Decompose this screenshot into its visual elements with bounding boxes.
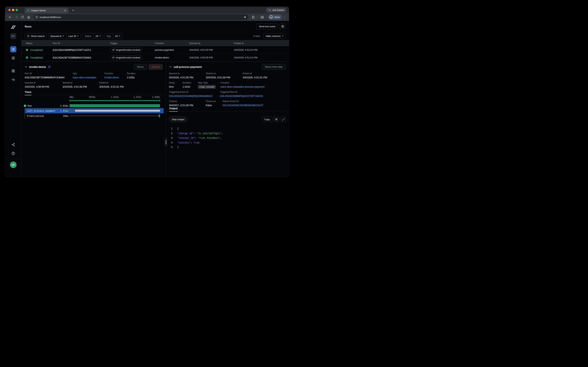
word-wrap-button[interactable] — [274, 117, 279, 122]
column-run-id: Run ID — [53, 42, 110, 45]
function-cell[interactable]: process-payment — [155, 49, 189, 51]
minimize-window-button[interactable] — [12, 9, 14, 11]
sidebar-item-runs[interactable] — [10, 46, 16, 52]
trace-minimap[interactable] — [70, 100, 160, 101]
field-value-app[interactable]: trace-docs-examples — [73, 76, 96, 79]
code-token: , — [222, 132, 223, 135]
copy-button[interactable]: Copy — [262, 117, 272, 122]
inngest-favicon-icon — [26, 9, 30, 12]
column-status: Status — [26, 42, 53, 45]
show-search-button[interactable]: Show search — [25, 33, 47, 39]
step-title: call-process-payment — [174, 65, 202, 68]
field-label: Queued at — [25, 82, 49, 84]
tab-close-icon[interactable]: ✕ — [64, 9, 66, 12]
code-token: "rcpt_9xyz8wvu" — [198, 136, 220, 139]
home-button[interactable] — [26, 14, 31, 20]
field-value-delay: 0ms — [169, 85, 175, 88]
field-duration: Duration1.915s — [182, 82, 191, 88]
field-label: Timeout — [169, 100, 193, 103]
table-row[interactable]: Completed01KJXDACBF7E98M00RAFCK9HAXinnge… — [21, 54, 289, 61]
sidebar-item-console[interactable] — [10, 76, 16, 83]
new-tab-button[interactable]: + — [71, 8, 75, 13]
output-tab[interactable]: Output — [166, 107, 289, 111]
time-range-dropdown[interactable]: Last 3d▼ — [66, 33, 81, 39]
field-value-triggered-run-id[interactable]: 01KJXDACKB9MPQACGTDP7JAVS1 — [220, 95, 263, 98]
time-field-dropdown[interactable]: Queued at▼ — [48, 33, 66, 39]
back-button[interactable] — [7, 14, 13, 20]
trace-bar-finalization[interactable] — [159, 114, 160, 117]
app-filter-dropdown[interactable]: All▼ — [113, 33, 122, 39]
run-id-cell[interactable]: 01KJXDACKB9MPQACGTDP7JAVS1 — [53, 49, 110, 51]
sidebar-item-events[interactable] — [10, 55, 16, 61]
side-panel-search-icon[interactable] — [259, 14, 265, 20]
column-trigger: Trigger — [110, 42, 155, 45]
reload-button[interactable] — [20, 14, 25, 20]
table-columns-button[interactable]: Table columns▼ — [263, 33, 286, 39]
field-value-return-event-id[interactable]: 01KJXDAE66CMZMB28439023V4T — [223, 104, 264, 107]
browser-menu-icon[interactable]: ⋮ — [283, 16, 287, 19]
field-value-duration: 1.915s — [182, 85, 191, 88]
bookmark-star-icon[interactable]: ★ — [242, 16, 247, 19]
field-label: Triggering Event ID — [169, 91, 213, 93]
step-output-chip[interactable]: Step Output — [169, 117, 187, 122]
chevron-down-icon[interactable] — [25, 66, 27, 68]
field-label: Triggered Run ID — [220, 91, 263, 93]
document-search-icon — [11, 56, 15, 60]
env-badge[interactable]: DV — [10, 33, 16, 39]
rerun-from-step-button[interactable]: Rerun from step — [262, 64, 286, 70]
dev-code-button[interactable] — [10, 161, 17, 168]
tab-divider — [166, 111, 289, 111]
rerun-button[interactable]: Rerun — [134, 64, 147, 70]
settings-button[interactable] — [280, 24, 286, 29]
expand-output-button[interactable] — [281, 117, 286, 122]
table-header: Status Run ID Trigger Function Queued at… — [21, 40, 289, 46]
zoom-window-button[interactable] — [16, 9, 18, 11]
code-token: : — [190, 141, 193, 144]
line-content: } — [177, 145, 179, 150]
trace-bar-run[interactable] — [70, 104, 160, 107]
trace-row-run[interactable]: Run2.028s — [21, 103, 166, 108]
field-timeout: Timeout3/4/2027, 4:51:00 PM — [169, 100, 193, 107]
run-id-cell[interactable]: 01KJXDACBF7E98M00RAFCK9HAX — [53, 56, 110, 59]
trace-row-finalization[interactable]: Finalization19ms — [21, 113, 166, 118]
line-number: 1 — [169, 126, 173, 131]
axis-label: 2.028s — [152, 96, 160, 98]
sidebar-item-apps[interactable] — [10, 68, 16, 74]
table-row[interactable]: Completed01KJXDACKB9MPQACGTDP7JAVS1innge… — [21, 46, 289, 54]
url-bar[interactable]: localhost:8288/runs ★ — [33, 14, 248, 20]
ask-gemini-button[interactable]: Ask Gemini — [266, 8, 286, 13]
code-token: "ch_1abc2def3ghi" — [197, 132, 222, 135]
field-value-function[interactable]: trace-docs-examples-process-payment — [221, 85, 265, 88]
axis-tick — [160, 95, 160, 95]
send-test-event-button[interactable]: Send test event — [256, 24, 278, 29]
field-value-run-id: 01KJXDACBF7E98M00RAFCK9HAX — [25, 76, 65, 79]
step-output-code[interactable]: 1{2"charge_id": "ch_1abc2def3ghi",3"rece… — [169, 126, 286, 150]
forward-button[interactable] — [13, 14, 19, 20]
chevron-down-icon[interactable] — [169, 66, 172, 68]
browser-tab[interactable]: Inngest Server ✕ — [25, 8, 68, 13]
trace-tab[interactable]: Trace — [21, 90, 166, 95]
extensions-icon[interactable] — [250, 14, 256, 20]
profile-button[interactable]: Work — [268, 14, 282, 20]
code-line: 3"receipt_id": "rcpt_9xyz8wvu", — [169, 136, 286, 140]
site-info-icon[interactable] — [35, 16, 38, 18]
trigger-pill[interactable]: inngest/function.invoked — [110, 55, 142, 60]
help-button[interactable] — [10, 150, 16, 156]
field-value-triggering-event-id[interactable]: 01KJXDACEC6H49QRQXWEA93NXZ — [169, 95, 213, 98]
field-duration: Duration2.028s — [127, 72, 135, 79]
status-dot-icon — [26, 49, 28, 51]
share-feedback-button[interactable] — [10, 142, 16, 148]
toolbar-separator — [266, 16, 267, 19]
step-panel: call-process-payment Rerun from step Que… — [166, 62, 289, 177]
word-wrap-icon — [275, 118, 278, 121]
field-value-function[interactable]: invoke-demo — [104, 76, 119, 79]
function-cell[interactable]: invoke-demo — [155, 56, 189, 59]
close-window-button[interactable] — [8, 9, 10, 11]
external-link-icon[interactable] — [48, 66, 50, 68]
status-filter-dropdown[interactable]: All▼ — [93, 33, 103, 39]
trace-bar-call-process-payment[interactable] — [75, 109, 160, 112]
trigger-pill[interactable]: inngest/function.invoked — [110, 48, 142, 52]
cancel-button[interactable]: Cancel — [149, 64, 163, 70]
panel-resize-handle[interactable] — [165, 138, 167, 146]
trace-row-call-process-payment[interactable]: call-process-payment1.915s — [21, 108, 166, 113]
